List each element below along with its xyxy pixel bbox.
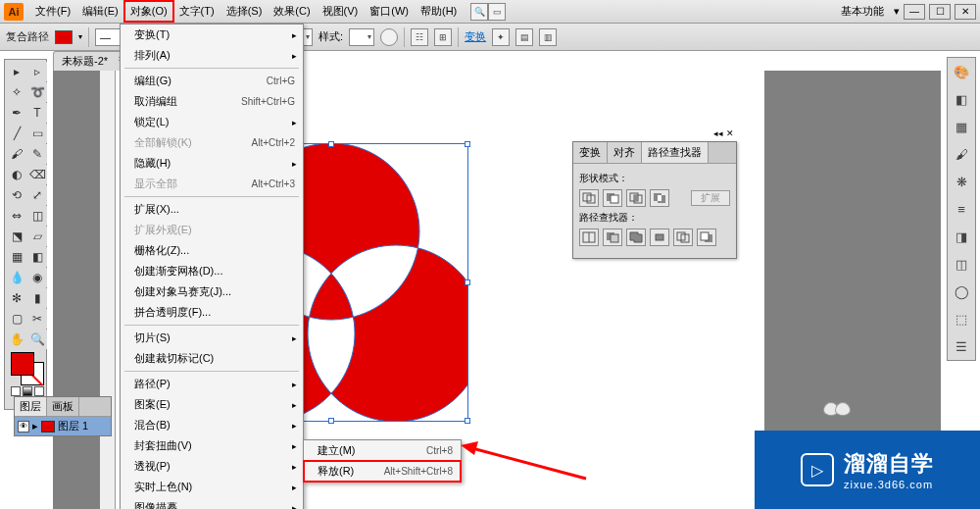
divide-button[interactable]: [579, 229, 599, 246]
gradient-mode-icon[interactable]: [23, 386, 32, 396]
resize-handle[interactable]: [465, 280, 470, 285]
fill-swatch[interactable]: [55, 30, 73, 44]
panel-collapse-controls[interactable]: ◂◂ ✕: [713, 128, 734, 138]
menu-select[interactable]: 选择(S): [220, 1, 269, 22]
visibility-toggle-icon[interactable]: 👁: [18, 421, 29, 433]
menu-item[interactable]: 图像描摹: [121, 497, 303, 509]
outline-button[interactable]: [673, 229, 693, 246]
blob-brush-tool-icon[interactable]: ◐: [7, 165, 26, 184]
stroke-panel-icon[interactable]: ≡: [952, 199, 971, 219]
resize-handle[interactable]: [328, 141, 334, 147]
workspace-chevron-icon[interactable]: ▾: [894, 5, 900, 18]
rectangle-tool-icon[interactable]: ▭: [27, 124, 47, 143]
magic-wand-tool-icon[interactable]: ✧: [7, 82, 26, 102]
window-minimize-button[interactable]: —: [904, 4, 925, 20]
rotate-tool-icon[interactable]: ⟲: [7, 185, 26, 205]
menu-item[interactable]: 切片(S): [121, 328, 303, 348]
line-tool-icon[interactable]: ╱: [7, 124, 26, 143]
symbols-icon[interactable]: ❋: [952, 172, 971, 191]
crop-button[interactable]: [650, 229, 669, 246]
artboards-tab[interactable]: 画板: [47, 397, 79, 416]
merge-button[interactable]: [626, 229, 646, 246]
menu-item[interactable]: 编组(G)Ctrl+G: [121, 71, 303, 91]
gradient-panel-icon[interactable]: ◨: [952, 227, 971, 246]
menu-item[interactable]: 创建渐变网格(D)...: [121, 261, 303, 281]
menu-file[interactable]: 文件(F): [29, 1, 76, 22]
style-dropdown[interactable]: [349, 28, 374, 46]
brushes-icon[interactable]: 🖌: [952, 144, 971, 164]
pen-tool-icon[interactable]: ✒: [7, 103, 26, 123]
symbol-sprayer-tool-icon[interactable]: ✻: [7, 288, 26, 308]
recolor-button[interactable]: [380, 28, 398, 46]
submenu-item[interactable]: 建立(M)Ctrl+8: [304, 440, 461, 461]
isolate-button[interactable]: ✦: [492, 28, 510, 46]
eraser-tool-icon[interactable]: ⌫: [27, 165, 47, 184]
menu-window[interactable]: 窗口(W): [364, 1, 415, 22]
menubar-arrange-icon[interactable]: ▭: [488, 3, 506, 21]
scale-tool-icon[interactable]: ⤢: [27, 185, 47, 205]
menu-item[interactable]: 排列(A): [121, 45, 303, 66]
resize-handle[interactable]: [465, 141, 470, 147]
align-button-2[interactable]: ⊞: [434, 28, 452, 46]
align-button[interactable]: ☷: [411, 28, 428, 46]
menu-item[interactable]: 封套扭曲(V): [121, 435, 303, 456]
minus-front-button[interactable]: [603, 189, 622, 207]
appearance-icon[interactable]: ◯: [952, 281, 971, 301]
menu-item[interactable]: 混合(B): [121, 415, 303, 435]
menu-item[interactable]: 取消编组Shift+Ctrl+G: [121, 91, 303, 112]
menu-view[interactable]: 视图(V): [317, 1, 365, 22]
menu-effect[interactable]: 效果(C): [268, 1, 316, 22]
menubar-search-icon[interactable]: 🔍: [470, 3, 488, 21]
menu-item[interactable]: 拼合透明度(F)...: [121, 302, 303, 323]
color-panel-icon[interactable]: 🎨: [952, 62, 971, 81]
menu-item[interactable]: 实时上色(N): [121, 477, 303, 497]
menu-item[interactable]: 创建对象马赛克(J)...: [121, 281, 303, 302]
width-tool-icon[interactable]: ⇔: [7, 206, 26, 226]
menu-item[interactable]: 创建裁切标记(C): [121, 348, 303, 369]
free-transform-tool-icon[interactable]: ◫: [27, 206, 47, 226]
fill-stroke-swatch[interactable]: [11, 352, 44, 385]
workspace-switcher[interactable]: 基本功能: [835, 2, 890, 21]
fill-swatch-large[interactable]: [11, 352, 34, 376]
direct-selection-tool-icon[interactable]: ▹: [27, 62, 47, 81]
hand-tool-icon[interactable]: ✋: [7, 330, 26, 349]
eyedropper-tool-icon[interactable]: 💧: [7, 268, 26, 287]
menu-item[interactable]: 锁定(L): [121, 112, 303, 132]
edit-button[interactable]: ▤: [515, 28, 533, 46]
edit-button-2[interactable]: ▥: [539, 28, 557, 46]
pencil-tool-icon[interactable]: ✎: [27, 144, 47, 164]
trim-button[interactable]: [603, 229, 622, 246]
minus-back-button[interactable]: [697, 229, 716, 246]
graphic-styles-icon[interactable]: ⬚: [952, 309, 971, 329]
transform-link[interactable]: 变换: [465, 29, 486, 44]
panel-tab-align[interactable]: 对齐: [608, 142, 642, 163]
lasso-tool-icon[interactable]: ➰: [27, 82, 47, 102]
layer-row[interactable]: 👁 ▸ 图层 1: [15, 417, 111, 435]
resize-handle[interactable]: [465, 418, 470, 424]
shape-builder-tool-icon[interactable]: ⬔: [7, 227, 26, 246]
menu-item[interactable]: 变换(T): [121, 25, 303, 45]
panel-tab-transform[interactable]: 变换: [573, 142, 608, 163]
perspective-tool-icon[interactable]: ▱: [27, 227, 47, 246]
intersect-button[interactable]: [626, 189, 646, 207]
zoom-tool-icon[interactable]: 🔍: [27, 330, 47, 349]
type-tool-icon[interactable]: T: [27, 103, 47, 123]
panel-tab-pathfinder[interactable]: 路径查找器: [642, 142, 709, 163]
document-tab[interactable]: 未标题-2* ×: [53, 51, 128, 71]
menu-item[interactable]: 隐藏(H): [121, 153, 303, 174]
transparency-icon[interactable]: ◫: [952, 254, 971, 274]
slice-tool-icon[interactable]: ✂: [27, 309, 47, 329]
menu-item[interactable]: 图案(E): [121, 394, 303, 415]
fill-chevron-icon[interactable]: ▾: [78, 32, 82, 41]
none-mode-icon[interactable]: [34, 386, 44, 396]
gradient-tool-icon[interactable]: ◧: [27, 247, 47, 267]
window-restore-button[interactable]: ☐: [929, 4, 951, 20]
color-guide-icon[interactable]: ◧: [952, 89, 971, 109]
mesh-tool-icon[interactable]: ▦: [7, 247, 26, 267]
window-close-button[interactable]: ✕: [955, 4, 976, 20]
unite-button[interactable]: [579, 189, 599, 207]
artboard-tool-icon[interactable]: ▢: [7, 309, 26, 329]
menu-edit[interactable]: 编辑(E): [76, 1, 124, 22]
column-graph-tool-icon[interactable]: ▮: [27, 288, 47, 308]
expand-button[interactable]: 扩展: [691, 190, 730, 206]
